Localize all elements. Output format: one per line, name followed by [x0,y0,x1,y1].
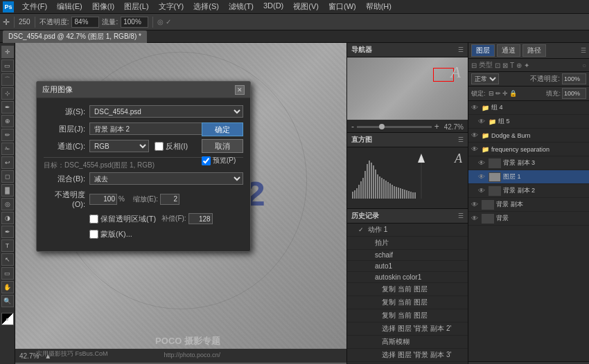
layer-item[interactable]: 👁背景 [468,212,589,226]
tool-eraser[interactable]: ◻ [1,170,14,183]
lock-all-icon[interactable]: 🔒 [509,90,517,97]
filter-icon-4[interactable]: ⊕ [516,62,522,69]
layer-item[interactable]: 👁📁组 4 [468,101,589,115]
history-item[interactable]: autoskin color1 [347,272,468,283]
layers-list[interactable]: 👁📁组 4👁📁组 5👁📁Dodge & Burn👁📁frequency sepa… [468,101,589,361]
layer-visibility-icon[interactable]: 👁 [478,187,486,194]
menu-view[interactable]: 视图(V) [289,0,323,13]
history-item[interactable]: 复制 当前 图层 [347,283,468,296]
layer-visibility-icon[interactable]: 👁 [471,145,480,153]
tool-history-brush[interactable]: ↩ [1,156,14,169]
layer-visibility-icon[interactable]: 👁 [471,201,480,208]
dialog-source-select[interactable]: DSC_4554.psd [89,105,243,118]
dialog-mask-checkbox[interactable] [89,230,98,239]
zoom-slider[interactable] [357,126,432,128]
toolbar-flow-input[interactable] [121,17,148,28]
history-item[interactable]: 复制 当前 图层 [347,296,468,309]
nav-settings-icon[interactable]: ☰ [458,46,464,53]
menu-layer[interactable]: 图层(L) [120,0,152,13]
layer-visibility-icon[interactable]: 👁 [478,173,486,181]
dialog-preview-label[interactable]: 预览(P) [202,156,243,165]
menu-image[interactable]: 图像(I) [88,0,118,13]
navigator-thumbnail[interactable]: A [347,57,468,120]
tool-move[interactable]: ✛ [1,46,14,58]
menu-3d[interactable]: 3D(D) [259,0,288,13]
dialog-channel-select[interactable]: RGB [89,140,149,152]
filter-icon-5[interactable]: ✦ [524,62,529,69]
layer-visibility-icon[interactable]: 👁 [478,118,486,125]
history-item[interactable]: schaif [347,250,468,261]
menu-help[interactable]: 帮助(H) [362,0,396,13]
dialog-blend-select[interactable]: 减去 [89,172,243,185]
layer-visibility-icon[interactable]: 👁 [478,159,486,167]
filter-toggle-icon[interactable]: ⊡ [495,62,500,69]
layers-settings-icon[interactable]: ☰ [581,47,586,54]
filter-icon-3[interactable]: T [510,62,514,69]
layer-item[interactable]: 👁图层 1 [468,170,589,184]
history-item[interactable]: 复制 当前 图层 [347,309,468,322]
tool-eyedrop[interactable]: ✒ [1,101,14,113]
tool-crop[interactable]: ⊹ [1,87,14,100]
tool-blur[interactable]: ◎ [1,198,14,210]
lock-transparent-icon[interactable]: ⊟ [489,90,494,97]
tool-heal[interactable]: ⊕ [1,115,14,127]
tool-dodge[interactable]: ◑ [1,212,14,224]
layer-visibility-icon[interactable]: 👁 [471,215,480,222]
history-item[interactable]: ✓动作 1 [347,224,468,237]
dialog-mask-label[interactable]: 蒙版(K)... [89,229,132,239]
tool-brush[interactable]: ✏ [1,129,14,141]
histogram-settings-icon[interactable]: ☰ [458,136,464,143]
tool-shape[interactable]: ▭ [1,267,14,280]
tab-channels[interactable]: 通道 [497,44,520,57]
dialog-scale-input[interactable] [160,194,179,205]
toolbar-opacity-input[interactable] [71,17,99,28]
history-item[interactable]: auto1 [347,261,468,272]
layer-visibility-icon[interactable]: 👁 [471,104,480,111]
lock-image-icon[interactable]: ✏ [495,90,501,97]
dialog-ok-button[interactable]: 确定 [202,122,243,136]
history-settings-icon[interactable]: ☰ [458,212,464,219]
document-tab[interactable]: DSC_4554.psd @ 42.7% (图层 1, RGB/8) * [3,30,147,43]
layer-item[interactable]: 👁背景 副本 3 [468,156,589,170]
layer-item[interactable]: 👁背景 副本 [468,198,589,212]
tool-gradient[interactable]: ▓ [1,184,14,197]
tool-clone[interactable]: ✁ [1,143,14,155]
zoom-out-button[interactable]: - [351,122,354,131]
tool-text[interactable]: T [1,239,14,252]
tool-fg-bg[interactable]: ● [1,313,14,325]
dialog-close-button[interactable]: ✕ [235,85,245,95]
lock-position-icon[interactable]: ✛ [502,90,508,97]
tab-layers[interactable]: 图层 [471,44,495,57]
zoom-in-button[interactable]: + [434,122,439,131]
tool-select-rect[interactable]: ▭ [1,60,14,72]
history-item[interactable]: 选择 图层 '背景 副本 3' [347,349,468,362]
menu-file[interactable]: 文件(F) [18,0,51,13]
history-item[interactable]: 选择 图层 '背景 副本 2' [347,322,468,336]
history-item[interactable]: 高斯模糊 [347,336,468,349]
layers-blend-mode-select[interactable]: 正常 溶解 变暗 [471,73,499,84]
layer-item[interactable]: 👁📁组 5 [468,115,589,129]
tool-pen[interactable]: ✒ [1,226,14,238]
layer-item[interactable]: 👁📁Dodge & Burn [468,129,589,143]
tool-icon-move[interactable]: ✛ [3,17,10,27]
tool-hand[interactable]: ✋ [1,281,14,293]
filter-icon-2[interactable]: ⊠ [502,62,508,69]
layers-opacity-input[interactable] [562,73,586,84]
menu-edit[interactable]: 编辑(E) [53,0,87,13]
tool-path-select[interactable]: ↖ [1,253,14,266]
dialog-preserve-checkbox[interactable] [89,215,98,224]
menu-window[interactable]: 窗口(W) [324,0,360,13]
dialog-opacity-input[interactable] [89,194,117,205]
menu-filter[interactable]: 滤镜(T) [225,0,258,13]
dialog-invert-label[interactable]: 反相(I) [155,141,188,152]
layer-visibility-icon[interactable]: 👁 [471,131,480,139]
dialog-preserve-label[interactable]: 保留透明区域(T) [89,214,156,224]
menu-select[interactable]: 选择(S) [189,0,223,13]
layer-item[interactable]: 👁背景 副本 2 [468,184,589,198]
layers-fill-input[interactable] [562,88,586,99]
history-item[interactable]: 拍片 [347,237,468,250]
dialog-offset-input[interactable] [188,213,213,224]
dialog-preview-checkbox[interactable] [202,156,211,165]
tool-lasso[interactable]: ⌒ [1,73,14,86]
tab-paths[interactable]: 路径 [522,44,546,57]
